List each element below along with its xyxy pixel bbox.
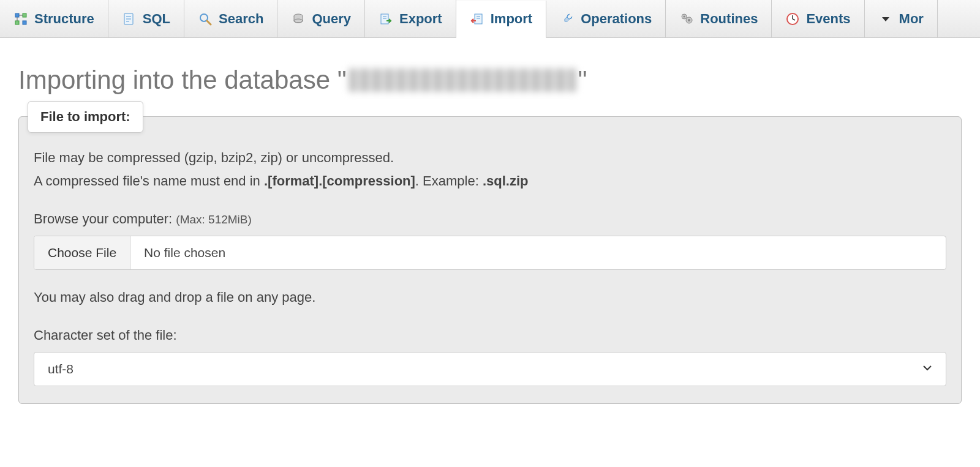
svg-point-23	[688, 19, 690, 21]
export-icon	[379, 12, 393, 26]
tab-label: Operations	[581, 11, 652, 27]
tab-label: Mor	[899, 11, 924, 27]
tab-label: Structure	[34, 11, 94, 27]
search-icon	[198, 12, 213, 26]
tab-label: Query	[312, 11, 351, 27]
browse-computer-label: Browse your computer: (Max: 512MiB)	[34, 211, 946, 227]
query-icon	[291, 12, 306, 26]
tab-label: SQL	[143, 11, 170, 27]
tab-label: Events	[806, 11, 850, 27]
page-title-suffix: "	[578, 65, 587, 95]
svg-line-11	[207, 21, 211, 24]
charset-select[interactable]: utf-8	[34, 352, 946, 386]
tab-label: Export	[399, 11, 442, 27]
svg-rect-14	[381, 14, 388, 24]
svg-rect-17	[475, 14, 482, 24]
help-text-compressed: File may be compressed (gzip, bzip2, zip…	[34, 148, 946, 168]
help-text-filename-format: A compressed file's name must end in .[f…	[34, 171, 946, 192]
tab-events[interactable]: Events	[772, 0, 864, 37]
charset-select-value: utf-8	[48, 362, 932, 376]
svg-rect-0	[15, 13, 19, 17]
charset-label: Character set of the file:	[34, 327, 946, 343]
operations-icon	[560, 12, 575, 26]
import-icon	[470, 12, 484, 26]
fieldset-legend: File to import:	[28, 101, 143, 133]
page-title-prefix: Importing into the database "	[18, 65, 347, 95]
file-picker[interactable]: Choose File No file chosen	[34, 236, 946, 270]
tab-export[interactable]: Export	[365, 0, 456, 37]
routines-icon	[679, 12, 694, 26]
sql-icon	[122, 12, 137, 26]
more-icon	[878, 12, 893, 26]
tab-label: Routines	[700, 11, 758, 27]
tab-label: Import	[491, 11, 532, 27]
file-to-import-fieldset: File to import: File may be compressed (…	[18, 116, 962, 404]
tab-label: Search	[219, 11, 263, 27]
database-name-redacted	[349, 69, 576, 92]
choose-file-button[interactable]: Choose File	[34, 236, 130, 269]
drag-drop-hint: You may also drag and drop a file on any…	[34, 287, 946, 308]
structure-icon	[13, 12, 28, 26]
svg-rect-1	[23, 13, 26, 17]
tab-routines[interactable]: Routines	[666, 0, 772, 37]
page-title-area: Importing into the database " "	[0, 38, 980, 116]
tab-query[interactable]: Query	[277, 0, 365, 37]
tab-operations[interactable]: Operations	[546, 0, 666, 37]
events-icon	[785, 12, 800, 26]
file-chosen-text: No file chosen	[130, 236, 946, 269]
top-tab-bar: Structure SQL Search	[0, 0, 980, 38]
tab-structure[interactable]: Structure	[0, 0, 108, 37]
tab-sql[interactable]: SQL	[108, 0, 184, 37]
tab-import[interactable]: Import	[456, 1, 546, 38]
tab-search[interactable]: Search	[184, 0, 277, 37]
svg-point-22	[684, 15, 685, 17]
chevron-down-icon	[921, 362, 933, 376]
tab-more[interactable]: Mor	[865, 0, 938, 37]
svg-rect-2	[15, 21, 19, 24]
svg-rect-3	[23, 21, 26, 24]
page-title: Importing into the database " "	[18, 65, 962, 95]
